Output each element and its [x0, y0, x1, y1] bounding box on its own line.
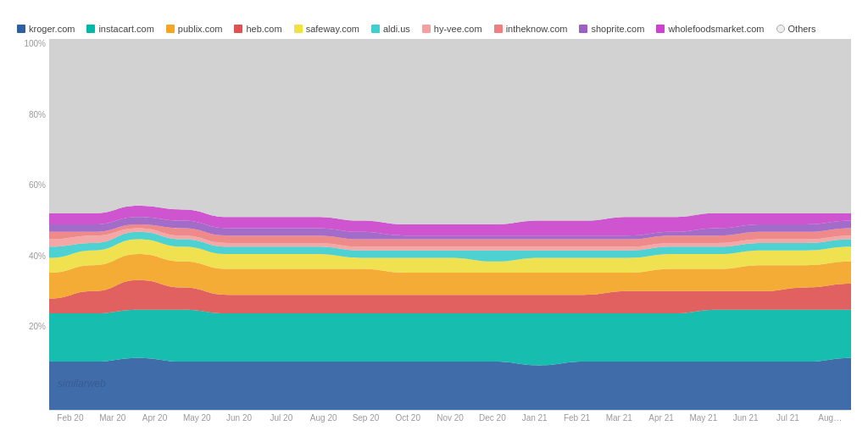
legend-color	[371, 25, 380, 33]
y-axis-label: 60%	[17, 180, 49, 190]
legend-label: safeway.com	[306, 24, 359, 34]
x-axis-label: May 20	[175, 413, 218, 423]
y-axis: 100%80%60%40%20%	[17, 39, 49, 410]
legend-label: Others	[788, 24, 816, 34]
chart-wrapper: 100%80%60%40%20% similarweb	[17, 39, 851, 410]
legend-item: kroger.com	[17, 24, 75, 34]
legend-item: heb.com	[234, 24, 281, 34]
legend-color	[494, 25, 503, 33]
x-axis-label: Jun 21	[725, 413, 767, 423]
legend-label: heb.com	[246, 24, 281, 34]
legend-color	[166, 25, 175, 33]
main-container: kroger.cominstacart.compublix.comheb.com…	[0, 0, 868, 431]
legend-color	[656, 25, 665, 33]
x-axis-label: Jun 20	[218, 413, 260, 423]
legend-label: shoprite.com	[591, 24, 644, 34]
legend-label: aldi.us	[383, 24, 410, 34]
legend: kroger.cominstacart.compublix.comheb.com…	[17, 24, 851, 34]
legend-color	[422, 25, 431, 33]
stacked-area-chart	[49, 39, 851, 410]
legend-color	[86, 25, 95, 33]
legend-item: intheknow.com	[494, 24, 568, 34]
x-axis-label: Feb 20	[49, 413, 92, 423]
chart-body: similarweb	[49, 39, 851, 410]
legend-label: instacart.com	[98, 24, 153, 34]
area-band	[49, 39, 851, 224]
legend-label: hy-vee.com	[434, 24, 482, 34]
x-axis-label: Jan 21	[514, 413, 556, 423]
x-axis-label: Nov 20	[429, 413, 471, 423]
x-axis-label: Jul 20	[260, 413, 303, 423]
x-axis-label: Mar 20	[92, 413, 134, 423]
y-axis-label: 80%	[17, 110, 49, 119]
legend-color	[234, 25, 242, 33]
x-axis-label: Aug…	[809, 413, 851, 423]
x-axis-label: May 21	[682, 413, 725, 423]
legend-item: shoprite.com	[579, 24, 644, 34]
legend-color	[17, 25, 25, 33]
x-axis-label: Feb 21	[556, 413, 598, 423]
x-axis: Feb 20Mar 20Apr 20May 20Jun 20Jul 20Aug …	[49, 410, 851, 423]
legend-label: wholefoodsmarket.com	[668, 24, 764, 34]
x-axis-label: Apr 20	[134, 413, 176, 423]
legend-label: kroger.com	[29, 24, 75, 34]
x-axis-label: Aug 20	[303, 413, 345, 423]
x-axis-label: Sep 20	[345, 413, 387, 423]
y-axis-label: 40%	[17, 251, 49, 261]
chart-area: 100%80%60%40%20% similarweb Feb 20Mar 20…	[17, 39, 851, 423]
legend-item: aldi.us	[371, 24, 410, 34]
x-axis-label: Mar 21	[598, 413, 640, 423]
area-band	[49, 358, 851, 410]
legend-item: instacart.com	[86, 24, 153, 34]
legend-item: wholefoodsmarket.com	[656, 24, 764, 34]
legend-label: intheknow.com	[506, 24, 568, 34]
grid-line-0	[49, 410, 851, 411]
y-axis-label: 100%	[17, 39, 49, 48]
legend-color	[294, 25, 303, 33]
watermark: similarweb	[58, 378, 106, 390]
legend-item: hy-vee.com	[422, 24, 482, 34]
area-band	[49, 310, 851, 366]
legend-color	[579, 25, 587, 33]
legend-item: Others	[776, 24, 816, 34]
legend-color	[776, 25, 785, 33]
y-axis-label: 20%	[17, 322, 49, 331]
legend-label: publix.com	[178, 24, 223, 34]
legend-item: safeway.com	[294, 24, 359, 34]
x-axis-label: Apr 21	[640, 413, 682, 423]
legend-item: publix.com	[166, 24, 223, 34]
x-axis-label: Dec 20	[471, 413, 514, 423]
x-axis-label: Jul 21	[767, 413, 810, 423]
x-axis-label: Oct 20	[387, 413, 429, 423]
